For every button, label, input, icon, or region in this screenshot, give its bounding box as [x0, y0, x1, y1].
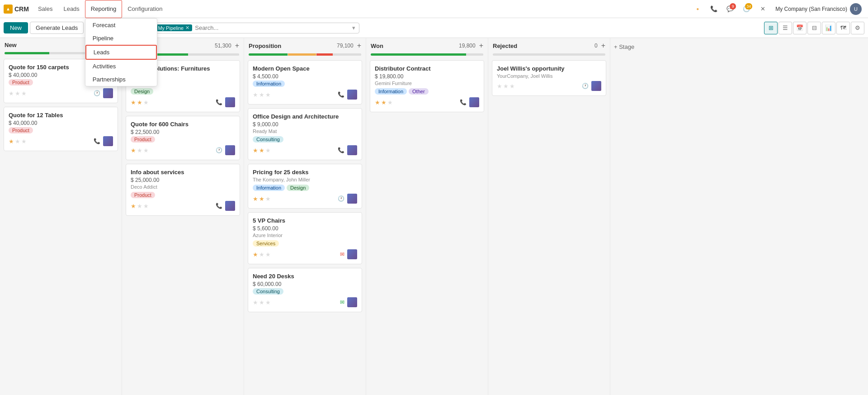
star-3[interactable]: ★ — [265, 195, 271, 202]
company-selector[interactable]: My Company (San Francisco) U — [773, 3, 864, 15]
star-1[interactable]: ★ — [253, 299, 258, 306]
app-logo[interactable]: ▲ CRM — [4, 5, 29, 14]
star-2[interactable]: ★ — [381, 99, 387, 106]
dropdown-activities[interactable]: Activities — [85, 60, 157, 73]
view-kanban-button[interactable]: ⊞ — [764, 22, 778, 34]
card-footer: ★ ★ ★ ✉ — [253, 297, 357, 307]
phone-icon[interactable]: 📞 — [338, 147, 344, 153]
filter-close-icon[interactable]: ✕ — [185, 25, 189, 31]
reporting-wrapper: Reporting Forecast Pipeline Leads Activi… — [85, 0, 122, 18]
star-3[interactable]: ★ — [21, 138, 27, 145]
phone-icon[interactable]: 📞 — [460, 99, 467, 105]
card-pricing-25-desks[interactable]: Pricing for 25 desks The Kompany, John M… — [248, 164, 362, 209]
phone-icon[interactable]: 📞 — [216, 203, 222, 209]
new-button[interactable]: New — [4, 22, 28, 33]
star-3[interactable]: ★ — [509, 83, 515, 90]
star-1[interactable]: ★ — [253, 147, 258, 154]
card-tags: Information Design — [253, 185, 357, 191]
star-3[interactable]: ★ — [143, 99, 149, 106]
star-2[interactable]: ★ — [259, 299, 264, 306]
email-icon[interactable]: ✉ — [340, 251, 344, 257]
search-input[interactable] — [192, 24, 350, 31]
dropdown-partnerships[interactable]: Partnerships — [85, 73, 157, 86]
card-stars: ★ ★ ★ — [253, 251, 271, 258]
clock-icon[interactable]: 🕐 — [94, 90, 100, 96]
view-list-button[interactable]: ☰ — [778, 22, 792, 34]
card-modern-open-space[interactable]: Modern Open Space $ 4,500.00 Information… — [248, 60, 362, 105]
star-3[interactable]: ★ — [387, 99, 393, 106]
nav-configuration[interactable]: Configuration — [122, 0, 168, 18]
progress-green — [249, 53, 288, 56]
messages-icon-btn[interactable]: 💬 9 — [724, 3, 736, 15]
status-indicator[interactable]: ● — [691, 3, 704, 15]
star-2[interactable]: ★ — [137, 203, 142, 209]
star-2[interactable]: ★ — [503, 83, 509, 90]
star-1[interactable]: ★ — [253, 91, 258, 98]
dropdown-leads[interactable]: Leads — [85, 45, 157, 60]
card-need-20-desks[interactable]: Need 20 Desks $ 60,000.00 Consulting ★ ★… — [248, 268, 362, 312]
star-2[interactable]: ★ — [259, 251, 264, 258]
generate-leads-button[interactable]: Generate Leads — [30, 22, 84, 34]
view-graph-button[interactable]: 📊 — [822, 22, 835, 34]
star-1[interactable]: ★ — [375, 99, 380, 106]
email-icon[interactable]: ✉ — [340, 299, 344, 305]
star-2[interactable]: ★ — [137, 147, 142, 154]
clock-icon-btn[interactable]: 🕐 34 — [740, 3, 753, 15]
star-3[interactable]: ★ — [143, 203, 149, 209]
star-2[interactable]: ★ — [15, 90, 20, 97]
settings-x-icon-btn[interactable]: ✕ — [756, 3, 769, 15]
view-map-button[interactable]: 🗺 — [836, 22, 850, 34]
card-actions: 📞 — [338, 145, 357, 155]
star-2[interactable]: ★ — [259, 147, 264, 154]
phone-icon-btn[interactable]: 📞 — [708, 3, 720, 15]
star-3[interactable]: ★ — [265, 299, 271, 306]
star-2[interactable]: ★ — [259, 195, 264, 202]
star-3[interactable]: ★ — [21, 90, 27, 97]
star-1[interactable]: ★ — [497, 83, 502, 90]
star-1[interactable]: ★ — [131, 147, 136, 154]
star-3[interactable]: ★ — [265, 91, 271, 98]
nav-leads[interactable]: Leads — [58, 0, 85, 18]
star-3[interactable]: ★ — [265, 251, 271, 258]
star-1[interactable]: ★ — [131, 99, 136, 106]
star-2[interactable]: ★ — [137, 99, 142, 106]
card-quote-600-chairs[interactable]: Quote for 600 Chairs $ 22,500.00 Product… — [126, 116, 240, 160]
card-distributor-contract[interactable]: Distributor Contract $ 19,800.00 Gemini … — [370, 60, 484, 112]
tag-product: Product — [131, 192, 155, 198]
star-1[interactable]: ★ — [253, 251, 258, 258]
view-calendar-button[interactable]: 📅 — [793, 22, 807, 34]
card-info-about-services[interactable]: Info about services $ 25,000.00 Deco Add… — [126, 164, 240, 216]
clock-icon[interactable]: 🕐 — [338, 195, 344, 202]
search-dropdown-icon[interactable]: ▾ — [352, 24, 355, 31]
star-2[interactable]: ★ — [259, 91, 264, 98]
nav-sales[interactable]: Sales — [33, 0, 58, 18]
star-2[interactable]: ★ — [15, 138, 20, 145]
phone-icon[interactable]: 📞 — [216, 99, 222, 105]
star-1[interactable]: ★ — [9, 138, 14, 145]
star-1[interactable]: ★ — [131, 203, 136, 209]
star-3[interactable]: ★ — [143, 147, 149, 154]
column-won-add[interactable]: + — [479, 42, 483, 50]
phone-icon[interactable]: 📞 — [338, 91, 344, 98]
nav-reporting[interactable]: Reporting — [85, 0, 122, 18]
card-office-design[interactable]: Office Design and Architecture $ 9,000.0… — [248, 108, 362, 160]
pipeline-filter-tag[interactable]: My Pipeline ✕ — [155, 24, 192, 31]
view-settings-button[interactable]: ⚙ — [851, 22, 864, 34]
column-qualified-add[interactable]: + — [235, 42, 239, 50]
dropdown-pipeline[interactable]: Pipeline — [85, 32, 157, 45]
card-5-vp-chairs[interactable]: 5 VP Chairs $ 5,600.00 Azure Interior Se… — [248, 212, 362, 264]
card-quote-12-tables[interactable]: Quote for 12 Tables $ 40,000.00 Product … — [4, 107, 118, 151]
star-1[interactable]: ★ — [9, 90, 14, 97]
phone-icon[interactable]: 📞 — [94, 138, 100, 144]
clock-icon[interactable]: 🕐 — [216, 147, 222, 153]
view-pivot-button[interactable]: ⊟ — [807, 22, 821, 34]
add-stage-button[interactable]: + Stage — [614, 43, 634, 50]
search-bar[interactable]: 🔍 ▼ My Pipeline ✕ ▾ — [133, 23, 359, 33]
star-1[interactable]: ★ — [253, 195, 258, 202]
clock-icon[interactable]: 🕐 — [582, 83, 589, 89]
column-rejected-add[interactable]: + — [601, 42, 605, 50]
dropdown-forecast[interactable]: Forecast — [85, 19, 157, 32]
card-joel-willis[interactable]: Joel Willis's opportunity YourCompany, J… — [492, 60, 606, 96]
column-proposition-add[interactable]: + — [357, 42, 361, 50]
star-3[interactable]: ★ — [265, 147, 271, 154]
